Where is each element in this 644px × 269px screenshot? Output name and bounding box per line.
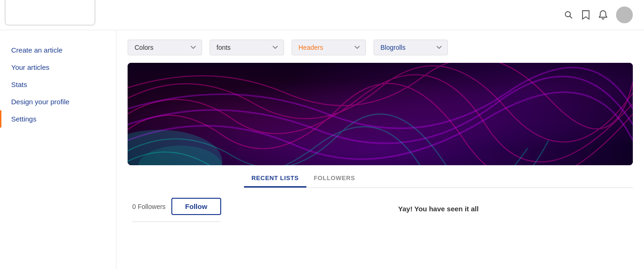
tab-followers[interactable]: FOLLOWERS — [306, 170, 363, 188]
below-banner: 0 Followers Follow RECENT LISTS FOLLOWER… — [128, 165, 633, 229]
blogrolls-dropdown[interactable]: Blogrolls — [373, 40, 448, 55]
tab-recent-lists[interactable]: RECENT LISTS — [244, 170, 306, 188]
sidebar-item-settings[interactable]: Settings — [0, 110, 116, 128]
followers-count: 0 Followers — [132, 203, 166, 210]
bookmark-button[interactable] — [582, 10, 590, 20]
sidebar-item-design-your-profile[interactable]: Design your profile — [0, 93, 116, 110]
fonts-dropdown[interactable]: fonts — [210, 40, 284, 55]
profile-divider — [132, 222, 221, 222]
user-avatar[interactable] — [616, 7, 633, 23]
main-content: Colors fonts Headers Blogrolls — [116, 30, 644, 269]
svg-line-2 — [570, 16, 572, 19]
header-icons — [564, 7, 633, 23]
notifications-button[interactable] — [598, 10, 608, 20]
header: BitBook — [0, 0, 644, 30]
profile-right: RECENT LISTS FOLLOWERS Yay! You have see… — [235, 165, 633, 229]
sidebar-item-create-an-article[interactable]: Create an article — [0, 41, 116, 59]
follow-button[interactable]: Follow — [171, 198, 222, 215]
profile-left: 0 Followers Follow — [128, 165, 235, 229]
dropdowns-row: Colors fonts Headers Blogrolls — [128, 40, 633, 55]
sidebar-item-stats[interactable]: Stats — [0, 76, 116, 93]
headers-dropdown[interactable]: Headers — [291, 40, 366, 55]
tabs-bar: RECENT LISTS FOLLOWERS — [244, 170, 633, 188]
colors-dropdown[interactable]: Colors — [128, 40, 202, 55]
sidebar-item-your-articles[interactable]: Your articles — [0, 59, 116, 76]
tab-content-message: Yay! You have seen it all — [244, 195, 633, 222]
followers-row: 0 Followers Follow — [128, 198, 235, 215]
sidebar: Create an article Your articles Stats De… — [0, 30, 116, 269]
main-layout: Create an article Your articles Stats De… — [0, 30, 644, 269]
profile-banner — [128, 63, 633, 165]
search-button[interactable] — [564, 10, 573, 20]
